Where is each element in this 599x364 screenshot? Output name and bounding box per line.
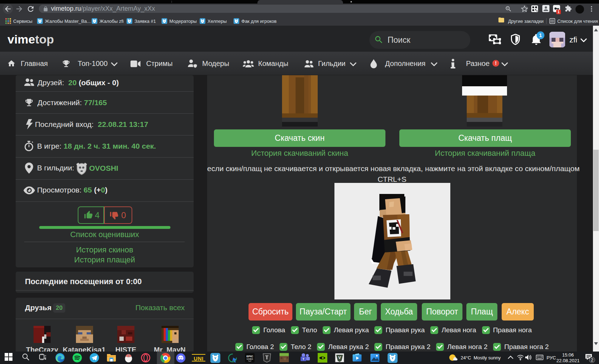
svg-text:V: V bbox=[338, 355, 341, 360]
svg-text:EPIC: EPIC bbox=[246, 355, 253, 358]
svg-text:T: T bbox=[302, 357, 304, 361]
svg-text:GAMES: GAMES bbox=[246, 358, 253, 360]
